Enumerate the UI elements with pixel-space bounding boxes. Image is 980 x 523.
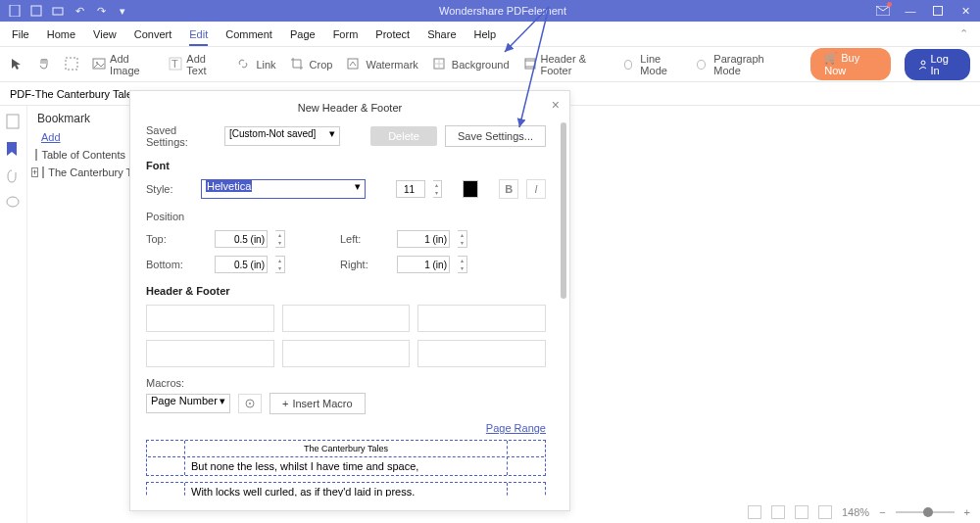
close-icon[interactable]: ✕ xyxy=(958,4,972,18)
menu-protect[interactable]: Protect xyxy=(375,28,410,40)
tree-item[interactable]: +The Canterbury T xyxy=(31,166,125,178)
collapse-ribbon-icon[interactable]: ⌃ xyxy=(959,27,968,40)
view-continuous-icon[interactable] xyxy=(771,505,785,519)
paragraph-mode-radio[interactable]: Paragraph Mode xyxy=(697,53,783,76)
preview-area: The Canterbury Tales But none the less, … xyxy=(146,440,546,476)
menu-edit[interactable]: Edit xyxy=(189,28,208,46)
mail-icon[interactable] xyxy=(876,4,890,18)
save-icon[interactable] xyxy=(29,4,43,18)
background-button[interactable]: Background xyxy=(432,57,510,72)
bottom-input[interactable] xyxy=(215,256,268,273)
menu-page[interactable]: Page xyxy=(290,28,316,40)
menubar: File Home View Convert Edit Comment Page… xyxy=(0,22,980,47)
header-center-input[interactable] xyxy=(282,305,411,332)
add-image-button[interactable]: Add Image xyxy=(92,53,155,76)
line-mode-radio[interactable]: Line Mode xyxy=(624,53,684,76)
svg-point-14 xyxy=(921,61,925,65)
thumbnails-icon[interactable] xyxy=(6,114,22,129)
hand-icon[interactable] xyxy=(37,57,51,72)
delete-button[interactable]: Delete xyxy=(370,126,437,146)
dropdown-icon[interactable]: ▾ xyxy=(116,4,129,18)
redo-icon[interactable]: ↷ xyxy=(94,4,108,18)
select-icon[interactable] xyxy=(10,57,24,72)
page-icon xyxy=(35,149,37,161)
saved-settings-select[interactable]: [Custom-Not saved]▾ xyxy=(224,126,340,146)
login-button[interactable]: Log In xyxy=(905,49,970,80)
preview-body-line: With locks well curled, as if they'd lai… xyxy=(191,486,501,497)
insert-macro-button[interactable]: +Insert Macro xyxy=(270,393,366,414)
svg-point-16 xyxy=(7,197,19,207)
zoom-in-icon[interactable]: + xyxy=(964,506,970,518)
add-text-button[interactable]: TAdd Text xyxy=(169,53,222,76)
menu-form[interactable]: Form xyxy=(333,28,359,40)
expand-icon[interactable]: + xyxy=(31,167,38,177)
footer-left-input[interactable] xyxy=(146,340,274,367)
print-icon[interactable] xyxy=(51,4,65,18)
font-size-input[interactable] xyxy=(396,180,425,198)
view-facing-icon[interactable] xyxy=(795,505,808,519)
position-section-label: Position xyxy=(146,211,546,222)
add-bookmark-link[interactable]: Add xyxy=(41,131,125,143)
save-settings-button[interactable]: Save Settings... xyxy=(445,125,546,147)
svg-rect-0 xyxy=(10,5,20,17)
bold-button[interactable]: B xyxy=(499,179,518,199)
maximize-icon[interactable] xyxy=(931,4,945,18)
left-input[interactable] xyxy=(397,230,450,248)
menu-comment[interactable]: Comment xyxy=(225,28,272,40)
minimize-icon[interactable]: — xyxy=(904,4,917,18)
view-grid-icon[interactable] xyxy=(818,505,832,519)
footer-right-input[interactable] xyxy=(417,340,546,367)
attachments-icon[interactable] xyxy=(6,168,22,184)
macro-select[interactable]: Page Number▾ xyxy=(146,394,230,413)
panel-title: Bookmark xyxy=(31,112,125,125)
menu-help[interactable]: Help xyxy=(474,28,497,40)
right-input[interactable] xyxy=(397,256,450,273)
menu-view[interactable]: View xyxy=(93,28,117,40)
bookmark-panel: Bookmark Add Table of Contents +The Cant… xyxy=(27,106,129,523)
hf-section-label: Header & Footer xyxy=(146,285,546,297)
top-input[interactable] xyxy=(215,230,268,248)
bottom-spinner[interactable]: ▴▾ xyxy=(275,256,285,273)
edit-all-icon[interactable] xyxy=(65,57,78,72)
menu-file[interactable]: File xyxy=(12,28,29,40)
tree-item[interactable]: Table of Contents xyxy=(31,149,125,161)
menu-convert[interactable]: Convert xyxy=(134,28,172,40)
bottom-label: Bottom: xyxy=(146,259,207,270)
link-button[interactable]: Link xyxy=(236,57,275,72)
watermark-button[interactable]: Watermark xyxy=(346,57,417,72)
bookmarks-icon[interactable] xyxy=(6,141,22,157)
crop-button[interactable]: Crop xyxy=(290,57,333,72)
buy-now-button[interactable]: 🛒 Buy Now xyxy=(810,48,891,80)
right-spinner[interactable]: ▴▾ xyxy=(458,256,467,273)
top-spinner[interactable]: ▴▾ xyxy=(275,230,285,248)
menu-home[interactable]: Home xyxy=(47,28,75,40)
header-footer-button[interactable]: Header & Footer xyxy=(523,53,611,76)
footer-center-input[interactable] xyxy=(282,340,411,367)
doc-tab[interactable]: PDF-The Canterbury Tales xyxy=(10,88,138,100)
preview-header: The Canterbury Tales xyxy=(191,444,501,453)
header-right-input[interactable] xyxy=(417,305,546,332)
macro-settings-button[interactable] xyxy=(238,394,262,413)
left-spinner[interactable]: ▴▾ xyxy=(458,230,467,248)
italic-button[interactable]: I xyxy=(526,179,546,199)
undo-icon[interactable]: ↶ xyxy=(73,4,86,18)
zoom-slider[interactable] xyxy=(896,511,955,513)
titlebar: ↶ ↷ ▾ Wondershare PDFelement — ✕ xyxy=(0,0,980,22)
app-logo-icon xyxy=(8,4,22,18)
font-style-select[interactable]: Helvetica▾ xyxy=(201,179,366,199)
zoom-out-icon[interactable]: − xyxy=(879,506,885,518)
comments-icon[interactable] xyxy=(6,196,22,212)
header-left-input[interactable] xyxy=(146,305,274,332)
svg-rect-9 xyxy=(348,59,358,69)
dialog-scrollbar[interactable] xyxy=(561,122,566,299)
font-color-swatch[interactable] xyxy=(463,180,478,198)
view-single-icon[interactable] xyxy=(748,505,761,519)
svg-rect-1 xyxy=(31,6,41,16)
page-range-link[interactable]: Page Range xyxy=(146,422,546,434)
style-label: Style: xyxy=(146,183,193,195)
menu-share[interactable]: Share xyxy=(427,28,456,40)
dialog-close-icon[interactable]: × xyxy=(552,97,560,113)
left-label: Left: xyxy=(340,233,389,245)
saved-settings-label: Saved Settings: xyxy=(146,124,217,148)
font-size-spinner[interactable]: ▴▾ xyxy=(433,180,442,198)
